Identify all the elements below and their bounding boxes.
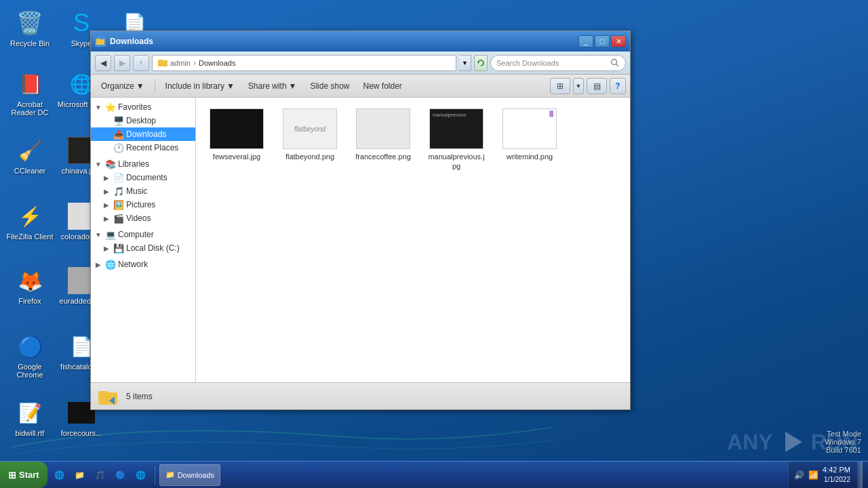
start-button[interactable]: ⊞ Start xyxy=(0,462,47,488)
tree-recent-places[interactable]: 🕐 Recent Places xyxy=(91,141,195,155)
tree-network-header[interactable]: ▶ 🌐 Network xyxy=(91,258,195,271)
acrobat-icon: 📕 xyxy=(16,70,43,98)
forward-button[interactable]: ▶ xyxy=(114,55,130,71)
desktop: 🗑️ Recycle Bin S Skype 📄 📕 Acrobat Reade… xyxy=(0,0,868,488)
file-item-manualprevious[interactable]: manualprevious manualprevious.jpg xyxy=(422,104,490,176)
recycle-bin-label: Recycle Bin xyxy=(5,39,54,47)
taskbar-clock[interactable]: 4:42 PM 1/1/2022 xyxy=(823,465,850,485)
tree-videos[interactable]: ▶ 🎬 Videos xyxy=(91,211,195,225)
new-folder-button[interactable]: New folder xyxy=(357,77,408,95)
address-bar: ◀ ▶ ↑ admin › Downloads ▼ Search Do xyxy=(91,52,630,75)
tree-documents[interactable]: ▶ 📄 Documents xyxy=(91,171,195,184)
refresh-icon xyxy=(477,59,485,67)
desktop-icon-recycle-bin[interactable]: 🗑️ Recycle Bin xyxy=(3,7,57,50)
file-item-writemind[interactable]: ▓ writemind.png xyxy=(496,104,564,176)
show-desktop-button[interactable] xyxy=(857,462,863,488)
status-folder-icon xyxy=(98,386,119,407)
address-path-current: Downloads xyxy=(199,59,235,67)
file-item-fewseveral[interactable]: fewseveral.jpg xyxy=(203,104,271,176)
tree-favorites-header[interactable]: ▼ ⭐ Favorites xyxy=(91,100,195,114)
tree-desktop[interactable]: 🖥️ Desktop xyxy=(91,114,195,127)
include-library-button[interactable]: Include in library ▼ xyxy=(159,77,241,95)
clock-date: 1/1/2022 xyxy=(824,475,850,485)
toolbar-view-controls: ⊞ ▼ ▤ ? xyxy=(550,78,626,94)
ccleaner-icon: 🧹 xyxy=(16,137,43,164)
desktop-icon-tree: 🖥️ xyxy=(113,115,124,126)
network-expander: ▶ xyxy=(94,260,103,269)
file-thumb-writemind: ▓ xyxy=(502,108,557,149)
filezilla-label: FileZilla Client xyxy=(5,232,54,241)
back-button[interactable]: ◀ xyxy=(95,55,111,71)
desktop-icon-firefox[interactable]: 🦊 Firefox xyxy=(3,264,57,308)
tree-downloads[interactable]: 📥 Downloads xyxy=(91,127,195,141)
favorites-label: Favorites xyxy=(118,102,151,112)
taskbar-edge-icon[interactable]: 🌐 xyxy=(132,466,151,485)
toolbar: Organize ▼ Include in library ▼ Share wi… xyxy=(91,75,630,98)
tree-pictures[interactable]: ▶ 🖼️ Pictures xyxy=(91,198,195,211)
svg-rect-9 xyxy=(98,391,108,395)
volume-icon[interactable]: 🔊 xyxy=(794,470,804,480)
local-disk-icon: 💾 xyxy=(113,243,124,253)
organize-button[interactable]: Organize ▼ xyxy=(95,77,151,95)
toolbar-separator-1 xyxy=(155,79,155,93)
maximize-button[interactable]: □ xyxy=(595,35,610,47)
taskbar-chrome-icon[interactable]: 🔵 xyxy=(111,466,130,485)
file-item-flatbeyond[interactable]: flatbeyond flatbeyond.png xyxy=(276,104,344,176)
organize-dropdown-icon: ▼ xyxy=(136,81,144,91)
nav-tree[interactable]: ▼ ⭐ Favorites 🖥️ Desktop 📥 Downloads 🕐 xyxy=(91,98,196,382)
svg-marker-0 xyxy=(785,432,802,452)
windows-logo-icon: ⊞ xyxy=(8,470,16,481)
file-thumb-francecoffee xyxy=(356,108,410,149)
desktop-icon-chrome[interactable]: 🔵 Google Chrome xyxy=(3,330,57,382)
taskbar-downloads-item[interactable]: 📁 Downloads xyxy=(159,464,220,486)
downloads-icon: 📥 xyxy=(113,129,124,140)
music-icon: 🎵 xyxy=(113,186,124,197)
search-box[interactable]: Search Downloads xyxy=(490,55,626,71)
taskbar-downloads-label: Downloads xyxy=(178,471,214,479)
tree-libraries-header[interactable]: ▼ 📚 Libraries xyxy=(91,157,195,171)
tree-music[interactable]: ▶ 🎵 Music xyxy=(91,184,195,198)
taskbar-media-icon[interactable]: 🎵 xyxy=(91,466,110,485)
close-button[interactable]: ✕ xyxy=(611,35,626,47)
file-name-flatbeyond: flatbeyond.png xyxy=(285,152,334,161)
slide-show-button[interactable]: Slide show xyxy=(304,77,355,95)
minimize-button[interactable]: _ xyxy=(578,35,593,47)
tree-computer-header[interactable]: ▼ 💻 Computer xyxy=(91,228,195,241)
videos-expander: ▶ xyxy=(102,214,111,223)
desktop-icon-filezilla[interactable]: ⚡ FileZilla Client xyxy=(3,200,57,243)
recent-places-icon: 🕐 xyxy=(113,142,124,153)
pictures-icon: 🖼️ xyxy=(113,199,124,210)
desktop-icon-bidwill[interactable]: 📝 bidwill.rtf xyxy=(3,396,57,440)
documents-expander: ▶ xyxy=(102,173,111,182)
network-label: Network xyxy=(118,260,148,269)
music-label: Music xyxy=(126,186,147,196)
desktop-label: Desktop xyxy=(126,116,156,125)
tree-local-disk[interactable]: ▶ 💾 Local Disk (C:) xyxy=(91,241,195,255)
taskbar-ie-icon[interactable]: 🌐 xyxy=(50,466,69,485)
refresh-button[interactable] xyxy=(474,55,488,71)
libraries-icon: 📚 xyxy=(105,159,116,169)
up-button[interactable]: ↑ xyxy=(133,55,149,71)
favorites-icon: ⭐ xyxy=(105,102,116,113)
desktop-icon-ccleaner[interactable]: 🧹 CCleaner xyxy=(3,134,57,178)
acrobat-label: Acrobat Reader DC xyxy=(5,100,54,117)
file-name-francecoffee: francecoffee.png xyxy=(355,152,411,161)
share-with-button[interactable]: Share with ▼ xyxy=(242,77,303,95)
address-path[interactable]: admin › Downloads xyxy=(152,55,456,71)
file-thumb-fewseveral xyxy=(210,108,264,149)
view-dropdown-button[interactable]: ▼ xyxy=(573,78,584,94)
documents-icon: 📄 xyxy=(113,172,124,183)
taskbar-explorer-icon[interactable]: 📁 xyxy=(71,466,90,485)
start-label: Start xyxy=(19,470,39,480)
help-button[interactable]: ? xyxy=(610,78,626,94)
videos-label: Videos xyxy=(126,214,151,223)
documents-label: Documents xyxy=(126,173,167,182)
preview-pane-button[interactable]: ▤ xyxy=(587,78,607,94)
network-tray-icon[interactable]: 📶 xyxy=(808,470,818,480)
desktop-icon-acrobat[interactable]: 📕 Acrobat Reader DC xyxy=(3,68,57,119)
file-item-francecoffee[interactable]: francecoffee.png xyxy=(349,104,417,176)
file-area[interactable]: fewseveral.jpg flatbeyond flatbeyond.png… xyxy=(196,98,630,382)
address-dropdown-button[interactable]: ▼ xyxy=(459,55,471,71)
view-button[interactable]: ⊞ xyxy=(550,78,570,94)
pictures-expander: ▶ xyxy=(102,200,111,209)
